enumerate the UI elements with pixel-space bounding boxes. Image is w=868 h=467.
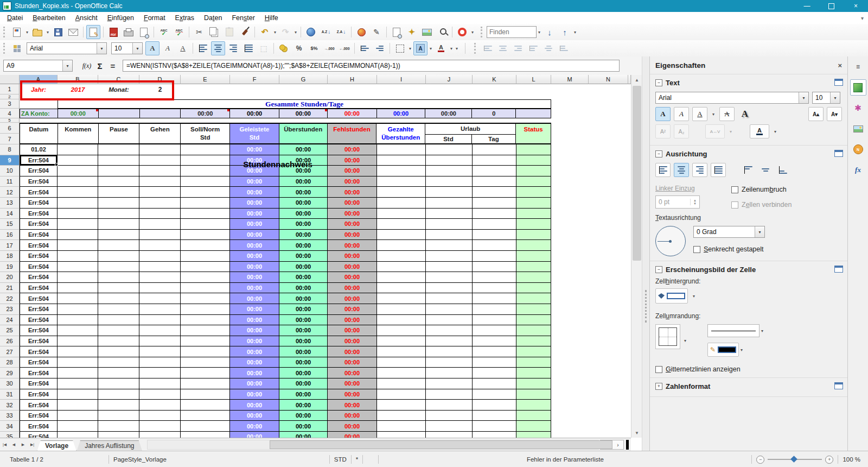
cell-A9[interactable]: Err:504 <box>20 155 58 166</box>
row-header-18[interactable]: 18 <box>0 251 20 262</box>
zoom-slider[interactable] <box>768 459 822 460</box>
column-header-F[interactable]: F <box>230 75 279 84</box>
column-header-A[interactable]: A <box>20 75 58 84</box>
menu-format[interactable]: Format <box>139 13 170 23</box>
find-replace-button[interactable] <box>390 25 404 39</box>
cell-I25[interactable] <box>377 325 426 336</box>
cell-K30[interactable] <box>473 378 516 389</box>
undo-dropdown[interactable]: ▾ <box>272 26 278 39</box>
cell-H35[interactable]: 00:00 <box>328 432 377 438</box>
collapse-alignment-icon[interactable]: − <box>655 150 662 157</box>
row-header-20[interactable]: 20 <box>0 272 20 283</box>
navigator-button[interactable]: ✦ <box>405 25 419 39</box>
cell-D18[interactable] <box>139 251 181 262</box>
header-pause[interactable]: Pause <box>99 124 140 143</box>
cell-C20[interactable] <box>98 272 139 283</box>
cell-G19[interactable]: 00:00 <box>279 262 328 273</box>
merge-cells-button[interactable]: ⬚ <box>257 41 271 55</box>
cell-background-button[interactable] <box>655 288 688 304</box>
cell-D29[interactable] <box>139 368 181 378</box>
cell-N31[interactable] <box>589 389 628 400</box>
cell-E27[interactable] <box>181 346 230 357</box>
cell-J16[interactable] <box>426 230 473 241</box>
cell-J21[interactable] <box>426 283 473 294</box>
scroll-up-button[interactable]: ▲ <box>631 75 642 85</box>
cell-M9[interactable] <box>551 155 589 166</box>
row-header-15[interactable]: 15 <box>0 219 20 230</box>
cell-J12[interactable] <box>426 187 473 198</box>
cell-D28[interactable] <box>139 357 181 368</box>
cell-background-dropdown[interactable]: ▾ <box>691 289 697 302</box>
cell-H18[interactable]: 00:00 <box>328 251 377 262</box>
row-header-35[interactable]: 35 <box>0 432 20 438</box>
merge-cells-checkbox[interactable] <box>731 201 738 209</box>
cell-C15[interactable] <box>98 219 139 230</box>
cell-A4[interactable]: ZA Konto: <box>20 109 58 118</box>
menu-einfgen[interactable]: Einfügen <box>103 13 139 23</box>
cell-C32[interactable] <box>98 400 139 411</box>
cell-F13[interactable]: 00:00 <box>230 198 279 209</box>
cell-N13[interactable] <box>589 198 628 209</box>
line-style-combo[interactable] <box>707 324 760 337</box>
cell-L9[interactable] <box>516 155 551 166</box>
new-document-button[interactable] <box>10 25 24 39</box>
cell-B27[interactable] <box>58 346 98 357</box>
currency-format-button[interactable] <box>277 41 291 55</box>
cell-M8[interactable] <box>551 144 589 155</box>
cell-I19[interactable] <box>377 262 426 273</box>
cell-D26[interactable] <box>139 336 181 347</box>
cell-F22[interactable]: 00:00 <box>230 293 279 304</box>
cut-button[interactable]: ✂ <box>192 25 206 39</box>
cell-J4[interactable]: 00:00 <box>425 109 472 118</box>
cell-J24[interactable] <box>426 315 473 326</box>
italic-button[interactable]: A <box>161 41 175 55</box>
first-sheet-button[interactable]: |◀ <box>1 440 9 449</box>
paste-button[interactable] <box>222 25 237 39</box>
horizontal-scrollbar-thumb[interactable] <box>270 440 612 449</box>
header-urlaub-tag[interactable]: Tag <box>472 135 516 143</box>
cell-I8[interactable] <box>377 144 426 155</box>
cell-C13[interactable] <box>98 198 139 209</box>
cell-I30[interactable] <box>377 378 426 389</box>
cell-J33[interactable] <box>426 411 473 421</box>
cell-K27[interactable] <box>473 346 516 357</box>
cell-I11[interactable] <box>377 176 426 187</box>
cell-G33[interactable]: 00:00 <box>279 411 328 421</box>
cell-N21[interactable] <box>589 283 628 294</box>
cell-D4[interactable] <box>140 109 181 118</box>
cell-D20[interactable] <box>139 272 181 283</box>
cell-C18[interactable] <box>98 251 139 262</box>
cell-H12[interactable]: 00:00 <box>328 187 377 198</box>
collapse-appearance-icon[interactable]: − <box>655 266 662 273</box>
sidebar-shadow-button[interactable]: A <box>738 108 752 121</box>
cell-D16[interactable] <box>139 230 181 241</box>
cell-B17[interactable] <box>58 240 98 251</box>
cell-N22[interactable] <box>589 293 628 304</box>
cell-J9[interactable] <box>426 155 473 166</box>
cell-D32[interactable] <box>139 400 181 411</box>
cell-M26[interactable] <box>551 336 589 347</box>
sidebar-tab-gallery[interactable] <box>850 121 866 137</box>
cell-L12[interactable] <box>516 187 551 198</box>
restore-button[interactable] <box>819 0 844 12</box>
cell-D9[interactable] <box>139 155 181 166</box>
cell-G17[interactable]: 00:00 <box>279 240 328 251</box>
cell-M25[interactable] <box>551 325 589 336</box>
cell-G34[interactable]: 00:00 <box>279 421 328 432</box>
cell-F11[interactable]: 00:00 <box>230 176 279 187</box>
cell-N10[interactable] <box>589 166 628 176</box>
cell-A18[interactable]: Err:504 <box>20 251 58 262</box>
sidebar-tab-functions[interactable]: fx <box>850 162 866 178</box>
cell-L29[interactable] <box>516 368 551 378</box>
cell-B26[interactable] <box>58 336 98 347</box>
sidebar-justify-button[interactable] <box>711 163 726 177</box>
cell-C16[interactable] <box>98 230 139 241</box>
numberformat-dialog-launcher-icon[interactable] <box>834 382 843 389</box>
cell-L32[interactable] <box>516 400 551 411</box>
cell-H29[interactable]: 00:00 <box>328 368 377 378</box>
cell-I13[interactable] <box>377 198 426 209</box>
cell-J25[interactable] <box>426 325 473 336</box>
cell-F32[interactable]: 00:00 <box>230 400 279 411</box>
cell-D35[interactable] <box>139 432 181 438</box>
cell-I12[interactable] <box>377 187 426 198</box>
